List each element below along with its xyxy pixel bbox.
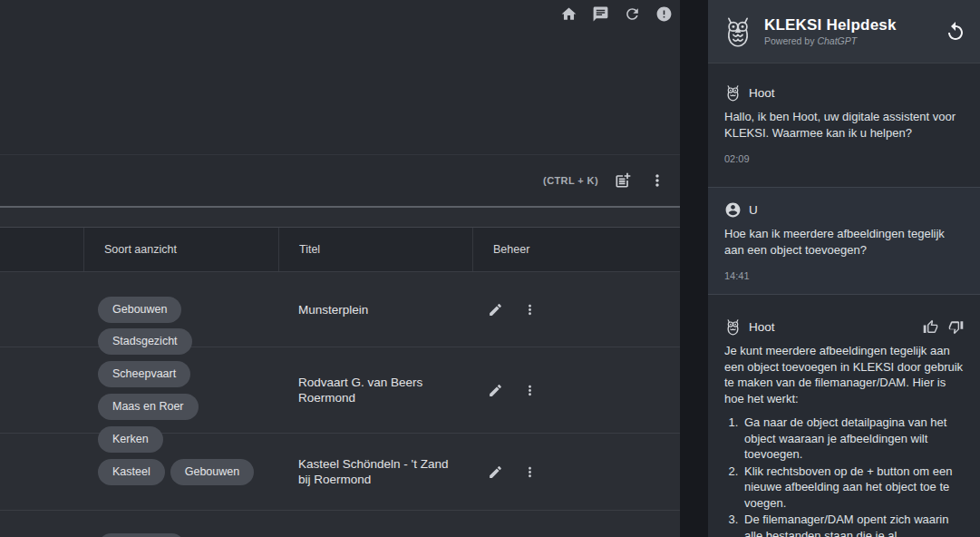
owl-logo-icon [722, 15, 754, 48]
actions-cell [472, 301, 680, 317]
tags-cell [83, 511, 278, 537]
thumb-down-icon[interactable] [948, 319, 964, 335]
user-message: UHoe kan ik meerdere afbeeldingen tegeli… [708, 187, 980, 295]
list-item: De filemanager/DAM opent zich waarin all… [742, 512, 964, 537]
bot-message: HootHallo, ik ben Hoot, uw digitale assi… [708, 63, 980, 164]
thumb-up-icon[interactable] [923, 319, 938, 335]
reset-conversation-icon[interactable] [945, 21, 966, 43]
chat-messages: HootHallo, ik ben Hoot, uw digitale assi… [708, 63, 980, 537]
refresh-icon[interactable] [623, 5, 641, 23]
command-bar: (CTRL + K) [0, 154, 680, 206]
table-header: Soort aanzicht Titel Beheer [0, 227, 680, 272]
table-row [0, 511, 680, 537]
title-cell: Kasteel Schöndeln - 't Zand bij Roermond [278, 456, 472, 487]
message-text: Je kunt meerdere afbeeldingen tegelijk a… [724, 343, 964, 406]
message-steps-list: Ga naar de object detailpagina van het o… [742, 415, 964, 537]
title-cell: Munsterplein [278, 302, 472, 317]
edit-pencil-icon[interactable] [487, 301, 503, 317]
tag-chip[interactable]: Scheepvaart [98, 361, 190, 387]
top-toolbar [559, 5, 673, 23]
table-body: GebouwenMunsterpleinStadsgezichtScheepva… [0, 272, 680, 537]
kebab-menu-icon[interactable] [647, 171, 667, 190]
chatgpt-brand: ChatGPT [817, 35, 857, 46]
column-titel: Titel [278, 228, 472, 271]
chat-subtitle: Powered by ChatGPT [764, 35, 945, 46]
message-timestamp: 14:41 [724, 270, 964, 281]
chat-header: KLEKSI Helpdesk Powered by ChatGPT [708, 0, 980, 63]
tag-chip[interactable]: Gebouwen [170, 459, 254, 485]
row-menu-icon[interactable] [521, 464, 538, 480]
content-panel: (CTRL + K) Soort aanzicht Titel Beheer G… [0, 0, 680, 537]
tags-cell: StadsgezichtScheepvaartMaas en RoerKerke… [83, 328, 278, 453]
tag-chip[interactable]: Stadsgezicht [98, 328, 192, 355]
tags-cell: Gebouwen [83, 297, 278, 323]
bot-message: HootJe kunt meerdere afbeeldingen tegeli… [708, 295, 980, 537]
list-item: Ga naar de object detailpagina van het o… [742, 415, 964, 463]
user-avatar-icon [724, 201, 742, 219]
tag-chip[interactable] [98, 533, 185, 537]
table-row: StadsgezichtScheepvaartMaas en RoerKerke… [0, 347, 680, 434]
objects-table: Soort aanzicht Titel Beheer GebouwenMuns… [0, 206, 680, 537]
row-title: Kasteel Schöndeln - 't Zand bij Roermond [278, 456, 472, 487]
tag-chip[interactable]: Maas en Roer [98, 394, 199, 420]
actions-cell [472, 464, 680, 480]
column-beheer: Beheer [472, 228, 680, 271]
add-note-icon[interactable] [613, 171, 633, 190]
tag-chip[interactable]: Kasteel [98, 459, 165, 485]
owl-avatar-icon [724, 318, 742, 336]
tag-chip[interactable]: Gebouwen [98, 297, 181, 323]
owl-avatar-icon [724, 84, 742, 102]
chat-title: KLEKSI Helpdesk [764, 16, 945, 34]
row-menu-icon[interactable] [521, 382, 538, 398]
message-timestamp: 02:09 [724, 153, 964, 164]
list-item: Klik rechtsboven op de + button om een n… [742, 464, 964, 512]
alert-icon[interactable] [655, 5, 673, 23]
tags-cell: KasteelGebouwen [83, 459, 278, 485]
column-thumbnail [0, 228, 83, 271]
message-text: Hallo, ik ben Hoot, uw digitale assisten… [724, 109, 964, 141]
shortcut-hint: (CTRL + K) [543, 175, 598, 186]
edit-pencil-icon[interactable] [487, 464, 503, 480]
message-text: Hoe kan ik meerdere afbeeldingen tegelij… [724, 226, 964, 258]
sender-name: U [749, 203, 758, 217]
actions-cell [472, 382, 680, 398]
sender-name: Hoot [749, 86, 775, 100]
edit-pencil-icon[interactable] [487, 382, 503, 398]
row-title: Munsterplein [278, 302, 384, 317]
sender-name: Hoot [749, 320, 775, 334]
helpdesk-chat-panel: KLEKSI Helpdesk Powered by ChatGPT HootH… [708, 0, 980, 537]
title-cell: Rodvaart G. van Beers Roermond [278, 375, 472, 405]
column-soort-aanzicht: Soort aanzicht [83, 228, 278, 271]
chat-header-text: KLEKSI Helpdesk Powered by ChatGPT [764, 16, 945, 46]
row-menu-icon[interactable] [521, 301, 538, 317]
home-icon[interactable] [559, 5, 577, 23]
chat-icon[interactable] [591, 5, 609, 23]
tag-chip[interactable]: Kerken [98, 426, 163, 453]
row-title: Rodvaart G. van Beers Roermond [278, 375, 472, 405]
